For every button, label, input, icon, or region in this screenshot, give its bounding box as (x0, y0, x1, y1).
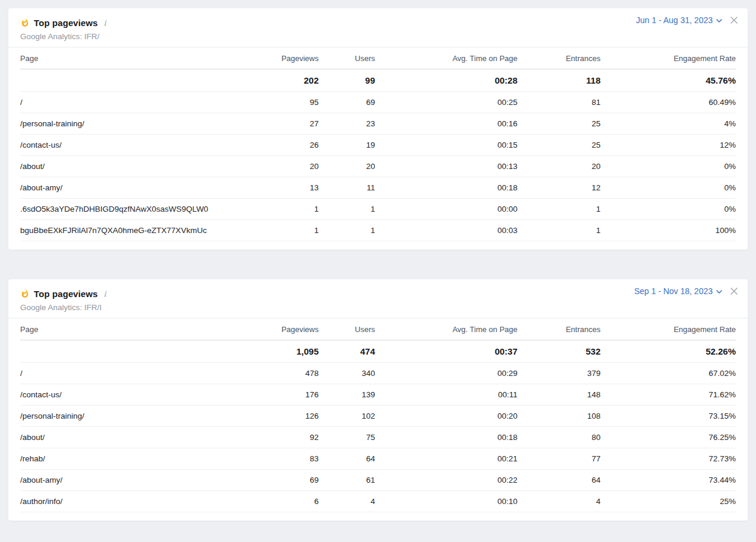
metric-cell: 00:25 (375, 92, 517, 113)
column-header-avg-time: Avg. Time on Page (375, 318, 517, 340)
chevron-down-icon (716, 17, 723, 24)
metric-cell: 00:16 (375, 113, 517, 135)
metric-cell: 379 (517, 363, 601, 384)
date-range-dropdown[interactable]: Sep 1 - Nov 18, 2023 (634, 286, 723, 296)
metric-cell: 0% (601, 156, 736, 177)
column-header-page: Page (20, 47, 250, 69)
metric-cell: 102 (319, 406, 375, 427)
card-header: Top pageviews i Google Analytics: IFR/ J… (8, 8, 748, 47)
metric-cell: 00:18 (375, 427, 517, 448)
metric-cell: 00:10 (375, 491, 517, 512)
metric-cell: 478 (250, 363, 319, 384)
metric-cell: 6 (250, 491, 319, 512)
pageviews-table: Page Pageviews Users Avg. Time on Page E… (20, 47, 736, 241)
metric-cell: 25 (517, 135, 601, 156)
table-row: /about-amy/696100:226473.44% (20, 470, 736, 491)
metric-cell: 176 (250, 384, 319, 406)
table-row: /contact-us/17613900:1114871.62% (20, 384, 736, 406)
metric-cell: 72.73% (601, 448, 736, 470)
metric-cell: 00:00 (375, 199, 517, 220)
info-icon[interactable]: i (104, 18, 106, 27)
chevron-down-icon (716, 288, 723, 295)
metric-cell: 340 (319, 363, 375, 384)
date-range-dropdown[interactable]: Jun 1 - Aug 31, 2023 (636, 15, 723, 25)
table-row: /rehab/836400:217772.73% (20, 448, 736, 470)
page-path-cell: /author/info/ (20, 491, 250, 512)
totals-cell: 52.26% (601, 340, 736, 363)
table-row: /about/927500:188076.25% (20, 427, 736, 448)
metric-cell: 00:15 (375, 135, 517, 156)
flame-icon (20, 289, 30, 298)
metric-cell: 71.62% (601, 384, 736, 406)
column-header-entrances: Entrances (517, 47, 601, 69)
column-header-entrances: Entrances (517, 318, 601, 340)
table-header-row: Page Pageviews Users Avg. Time on Page E… (20, 318, 736, 340)
metric-cell: 1 (250, 220, 319, 241)
source-label: Google Analytics: IFR/ (20, 32, 736, 41)
table-row: /contact-us/261900:152512% (20, 135, 736, 156)
source-label: Google Analytics: IFR/I (20, 303, 736, 312)
table-row: .6sdO5k3aYDe7hDHBIGD9qzfNAwX0sasWS9QLW01… (20, 199, 736, 220)
page-path-cell: /contact-us/ (20, 384, 250, 406)
column-header-users: Users (319, 318, 375, 340)
page-path-cell: /rehab/ (20, 448, 250, 470)
metric-cell: 20 (517, 156, 601, 177)
title-row: Top pageviews i (20, 15, 736, 30)
metric-cell: 1 (319, 220, 375, 241)
metric-cell: 1 (319, 199, 375, 220)
column-header-page: Page (20, 318, 250, 340)
table-row: bguBbeEXkFJRilAl7n7QXA0hmeG-eZTX77XVkmUc… (20, 220, 736, 241)
metric-cell: 60.49% (601, 92, 736, 113)
metric-cell: 108 (517, 406, 601, 427)
metric-cell: 20 (319, 156, 375, 177)
table-row: /47834000:2937967.02% (20, 363, 736, 384)
metric-cell: 00:13 (375, 156, 517, 177)
metric-cell: 00:22 (375, 470, 517, 491)
totals-cell: 99 (319, 69, 375, 92)
metric-cell: 77 (517, 448, 601, 470)
close-icon (730, 17, 738, 24)
close-icon (730, 288, 738, 295)
page-path-cell: /about/ (20, 156, 250, 177)
header-controls: Sep 1 - Nov 18, 2023 (634, 286, 738, 296)
metric-cell: 4 (319, 491, 375, 512)
page-path-cell: .6sdO5k3aYDe7hDHBIGD9qzfNAwX0sasWS9QLW0 (20, 199, 250, 220)
page-path-cell: bguBbeEXkFJRilAl7n7QXA0hmeG-eZTX77XVkmUc (20, 220, 250, 241)
card-header: Top pageviews i Google Analytics: IFR/I … (8, 279, 748, 318)
totals-cell (20, 340, 250, 363)
widget-title: Top pageviews (34, 18, 98, 28)
metric-cell: 26 (250, 135, 319, 156)
metric-cell: 61 (319, 470, 375, 491)
metric-cell: 139 (319, 384, 375, 406)
info-icon[interactable]: i (104, 289, 106, 298)
table-wrap: Page Pageviews Users Avg. Time on Page E… (8, 318, 748, 521)
table-row: /personal-training/272300:16254% (20, 113, 736, 135)
metric-cell: 100% (601, 220, 736, 241)
title-row: Top pageviews i (20, 286, 736, 301)
metric-cell: 00:18 (375, 177, 517, 199)
totals-cell: 118 (517, 69, 601, 92)
metric-cell: 12 (517, 177, 601, 199)
close-button[interactable] (730, 287, 738, 295)
table-wrap: Page Pageviews Users Avg. Time on Page E… (8, 47, 748, 250)
metric-cell: 67.02% (601, 363, 736, 384)
table-row: /956900:258160.49% (20, 92, 736, 113)
metric-cell: 69 (319, 92, 375, 113)
header-controls: Jun 1 - Aug 31, 2023 (636, 15, 738, 25)
metric-cell: 1 (517, 220, 601, 241)
totals-cell: 532 (517, 340, 601, 363)
close-button[interactable] (730, 16, 738, 24)
metric-cell: 00:21 (375, 448, 517, 470)
page-path-cell: / (20, 363, 250, 384)
column-header-engagement: Engagement Rate (601, 318, 736, 340)
totals-cell: 474 (319, 340, 375, 363)
totals-cell: 202 (250, 69, 319, 92)
metric-cell: 00:20 (375, 406, 517, 427)
totals-row: 1,095 474 00:37 532 52.26% (20, 340, 736, 363)
flame-icon (20, 18, 30, 27)
metric-cell: 19 (319, 135, 375, 156)
metric-cell: 73.44% (601, 470, 736, 491)
metric-cell: 1 (517, 199, 601, 220)
metric-cell: 148 (517, 384, 601, 406)
page-path-cell: /about-amy/ (20, 177, 250, 199)
